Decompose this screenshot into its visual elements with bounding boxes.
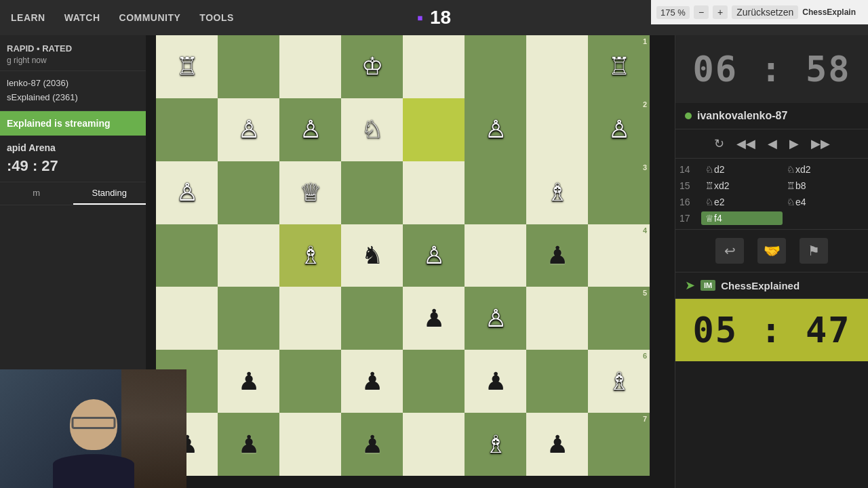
chess-cell-2-8[interactable]: ♙2 <box>588 98 650 161</box>
chess-cell-4-8[interactable]: 4 <box>588 224 650 287</box>
chess-board[interactable]: ♖♔♖1♙♙♘♙♙2♙♕♗3♗♞♙♟4♟♙5♟♟♟♗6♟♟♟♗♟7 <box>156 35 650 476</box>
chess-cell-2-3[interactable]: ♙ <box>279 98 341 161</box>
chess-cell-1-3[interactable] <box>279 35 341 98</box>
chess-cell-3-4[interactable] <box>341 161 403 224</box>
chess-cell-3-8[interactable]: 3 <box>588 161 650 224</box>
move-black[interactable]: ♖b8 <box>783 179 864 192</box>
chess-cell-1-1[interactable]: ♖ <box>156 35 218 98</box>
undo-button[interactable]: ↩ <box>715 238 744 264</box>
refresh-button[interactable]: ↻ <box>714 136 724 151</box>
chess-cell-6-4[interactable]: ♟ <box>341 350 403 413</box>
move-white[interactable]: ♕f4 <box>701 211 783 225</box>
last-move-button[interactable]: ▶▶ <box>811 136 830 151</box>
chess-cell-5-2[interactable] <box>218 287 279 350</box>
streaming-banner: Explained is streaming <box>0 111 146 136</box>
chess-cell-7-7[interactable]: ♟ <box>526 413 588 476</box>
zurucksetzen-button[interactable]: Zurücksetzen <box>732 5 798 19</box>
move-white[interactable]: ♘e2 <box>701 195 783 209</box>
player1-name: lenko-87 (2036) <box>7 77 139 91</box>
chess-piece: ♗ <box>608 369 630 394</box>
nav-learn[interactable]: LEARN <box>11 12 45 23</box>
chess-cell-4-6[interactable] <box>465 224 526 287</box>
flag-button[interactable]: ⚑ <box>800 238 828 264</box>
chess-cell-1-4[interactable]: ♔ <box>341 35 403 98</box>
chess-cell-1-7[interactable] <box>526 35 588 98</box>
twitch-viewer-bar: ▪ 18 <box>417 0 451 35</box>
chess-cell-6-3[interactable] <box>279 350 341 413</box>
chess-cell-3-6[interactable] <box>465 161 526 224</box>
move-black[interactable]: ♘xd2 <box>783 163 864 176</box>
chess-cell-7-6[interactable]: ♗ <box>465 413 526 476</box>
handshake-button[interactable]: 🤝 <box>757 238 786 264</box>
chess-cell-1-8[interactable]: ♖1 <box>588 35 650 98</box>
chess-cell-6-6[interactable]: ♟ <box>465 350 526 413</box>
player-names: lenko-87 (2036) sExplained (2361) <box>0 71 146 111</box>
nav-community[interactable]: COMMUNITY <box>119 12 181 23</box>
chess-cell-4-7[interactable]: ♟ <box>526 224 588 287</box>
chess-cell-4-1[interactable] <box>156 224 218 287</box>
chess-piece: ♗ <box>485 432 507 457</box>
next-move-button[interactable]: ▶ <box>789 136 799 151</box>
chess-cell-7-4[interactable]: ♟ <box>341 413 403 476</box>
chess-cell-4-5[interactable]: ♙ <box>403 224 465 287</box>
move-black[interactable]: ♘e4 <box>783 195 864 209</box>
twitch-viewer-count: 18 <box>430 7 451 28</box>
nav-tools[interactable]: TOOLS <box>199 12 233 23</box>
timer-bottom: 05 : 47 <box>675 299 868 361</box>
prev-move-button[interactable]: ◀ <box>768 136 777 151</box>
chess-cell-1-6[interactable] <box>465 35 526 98</box>
right-panel: 06 : 58 ivankovalenko-87 ↻ ◀◀ ◀ ▶ ▶▶ 14♘… <box>675 35 868 488</box>
chess-cell-6-5[interactable] <box>403 350 465 413</box>
arena-tabs: m Standing <box>0 182 146 205</box>
first-move-button[interactable]: ◀◀ <box>736 136 755 151</box>
chess-cell-7-8[interactable]: 7 <box>588 413 650 476</box>
chess-cell-6-7[interactable] <box>526 350 588 413</box>
move-row: 14♘d2♘xd2 <box>679 161 864 178</box>
zoom-out-button[interactable]: − <box>694 5 709 19</box>
chess-cell-5-1[interactable] <box>156 287 218 350</box>
chess-cell-3-3[interactable]: ♕ <box>279 161 341 224</box>
chess-cell-7-2[interactable]: ♟ <box>218 413 279 476</box>
chess-cell-5-5[interactable]: ♟ <box>403 287 465 350</box>
nav-watch[interactable]: WATCH <box>64 12 100 23</box>
chess-cell-2-6[interactable]: ♙ <box>465 98 526 161</box>
move-row: 15♖xd2♖b8 <box>679 178 864 194</box>
chess-cell-5-7[interactable] <box>526 287 588 350</box>
chess-cell-3-1[interactable]: ♙ <box>156 161 218 224</box>
chess-cell-3-7[interactable]: ♗ <box>526 161 588 224</box>
face-glasses <box>71 417 115 429</box>
chess-cell-4-4[interactable]: ♞ <box>341 224 403 287</box>
move-white[interactable]: ♘d2 <box>701 163 783 176</box>
chess-cell-7-5[interactable] <box>403 413 465 476</box>
chess-cell-3-5[interactable] <box>403 161 465 224</box>
chess-cell-7-3[interactable] <box>279 413 341 476</box>
chess-cell-4-3[interactable]: ♗ <box>279 224 341 287</box>
chess-cell-1-5[interactable] <box>403 35 465 98</box>
chess-cell-3-2[interactable] <box>218 161 279 224</box>
zoom-in-button[interactable]: + <box>713 5 728 19</box>
chess-cell-1-2[interactable] <box>218 35 279 98</box>
chess-piece: ♙ <box>608 117 630 142</box>
chess-piece: ♟ <box>361 369 383 394</box>
chess-cell-5-6[interactable]: ♙ <box>465 287 526 350</box>
chess-cell-5-8[interactable]: 5 <box>588 287 650 350</box>
chess-cell-2-4[interactable]: ♘ <box>341 98 403 161</box>
tab-m[interactable]: m <box>0 182 73 205</box>
chess-piece: ♞ <box>361 243 383 268</box>
chess-cell-2-2[interactable]: ♙ <box>218 98 279 161</box>
chess-cell-6-2[interactable]: ♟ <box>218 350 279 413</box>
chess-cell-2-5[interactable] <box>403 98 465 161</box>
move-black[interactable] <box>783 217 864 220</box>
chess-cell-6-8[interactable]: ♗6 <box>588 350 650 413</box>
tab-standing[interactable]: Standing <box>73 182 146 205</box>
browser-title: ChessExplain <box>802 7 856 17</box>
timer-top-display: 06 : 58 <box>689 49 854 89</box>
chess-piece: ♘ <box>361 117 383 142</box>
chess-cell-5-4[interactable] <box>341 287 403 350</box>
chess-cell-2-7[interactable] <box>526 98 588 161</box>
chess-cell-2-1[interactable] <box>156 98 218 161</box>
chess-piece: ♗ <box>300 243 321 268</box>
chess-cell-5-3[interactable] <box>279 287 341 350</box>
chess-cell-4-2[interactable] <box>218 224 279 287</box>
move-white[interactable]: ♖xd2 <box>701 179 783 192</box>
